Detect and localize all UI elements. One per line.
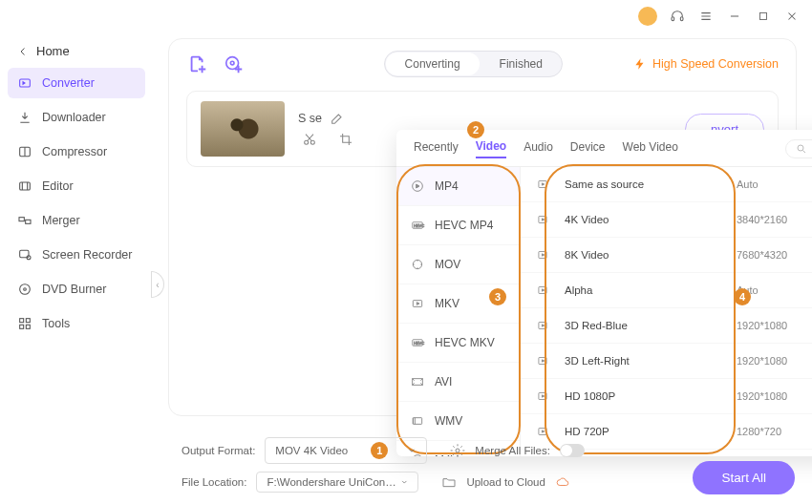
file-location-select[interactable]: F:\Wondershare UniConverter 1: [256, 472, 418, 493]
converter-icon: [17, 75, 32, 91]
preset-row[interactable]: 4K Video3840*2160: [521, 202, 812, 238]
format-list: MP4 HEVCHEVC MP4 MOV MKV HEVCHEVC MKV AV…: [396, 167, 521, 456]
svg-rect-1: [680, 17, 683, 21]
sidebar-item-merger[interactable]: Merger: [8, 205, 145, 236]
preset-row[interactable]: HD 1080P1920*1080: [521, 379, 812, 414]
rename-icon[interactable]: [330, 111, 345, 126]
user-avatar[interactable]: [638, 7, 657, 26]
tab-video[interactable]: Video: [476, 139, 506, 158]
play-icon: [536, 178, 549, 191]
callout-badge-4: 4: [734, 288, 751, 305]
svg-point-17: [230, 61, 234, 65]
bolt-icon: [633, 57, 647, 71]
tab-web-video[interactable]: Web Video: [623, 140, 678, 158]
play-icon: [536, 284, 549, 297]
settings-icon[interactable]: [450, 443, 465, 458]
folder-icon[interactable]: [441, 474, 457, 490]
svg-rect-7: [26, 220, 31, 223]
status-segmented[interactable]: Converting Finished: [384, 51, 563, 77]
add-dvd-button[interactable]: [223, 53, 246, 74]
segment-finished[interactable]: Finished: [481, 52, 562, 76]
tab-device[interactable]: Device: [570, 140, 606, 158]
format-avi[interactable]: AVI: [396, 363, 520, 402]
sidebar-item-downloader[interactable]: Downloader: [8, 102, 145, 133]
format-hevc-mp4[interactable]: HEVCHEVC MP4: [396, 206, 520, 245]
crop-icon[interactable]: [338, 132, 353, 147]
start-all-button[interactable]: Start All: [693, 461, 795, 494]
tab-audio[interactable]: Audio: [524, 140, 553, 158]
maximize-icon[interactable]: [755, 8, 772, 25]
tab-recently[interactable]: Recently: [414, 140, 459, 158]
preset-row[interactable]: AlphaAuto: [521, 273, 812, 308]
svg-point-11: [24, 288, 27, 291]
minimize-icon[interactable]: [726, 8, 743, 25]
svg-text:HEVC: HEVC: [414, 341, 424, 346]
play-icon: [536, 213, 549, 226]
close-icon[interactable]: [783, 8, 801, 25]
svg-rect-12: [20, 319, 24, 323]
format-mp4[interactable]: MP4: [396, 167, 520, 206]
trim-icon[interactable]: [302, 132, 317, 147]
sidebar-item-screen-recorder[interactable]: Screen Recorder: [8, 240, 145, 270]
high-speed-conversion[interactable]: High Speed Conversion: [633, 57, 779, 71]
output-format-label: Output Format:: [182, 445, 255, 456]
svg-rect-0: [672, 17, 674, 21]
play-icon: [536, 389, 549, 403]
upload-cloud-label: Upload to Cloud: [466, 476, 545, 488]
collapse-sidebar-handle[interactable]: ‹: [151, 271, 164, 298]
back-home[interactable]: Home: [8, 38, 145, 64]
chevron-down-icon: [400, 477, 409, 487]
svg-text:HEVC: HEVC: [414, 223, 424, 228]
output-format-select[interactable]: MOV 4K Video 1: [265, 437, 427, 464]
sidebar-item-dvd-burner[interactable]: DVD Burner: [8, 274, 145, 304]
preset-row[interactable]: 3D Left-Right1920*1080: [521, 344, 812, 379]
merge-files-label: Merge All Files:: [475, 445, 550, 456]
svg-rect-6: [19, 218, 24, 221]
cloud-icon[interactable]: [555, 475, 570, 489]
preset-row[interactable]: 3D Red-Blue1920*1080: [521, 308, 812, 344]
screen-recorder-icon: [17, 247, 32, 262]
search-icon: [796, 143, 807, 155]
svg-rect-5: [20, 182, 31, 190]
svg-point-20: [798, 145, 803, 151]
sidebar-item-label: DVD Burner: [42, 283, 106, 296]
format-search[interactable]: Search: [785, 139, 812, 158]
play-icon: [536, 248, 549, 262]
svg-point-39: [456, 449, 459, 452]
add-file-button[interactable]: [186, 53, 209, 74]
dvd-burner-icon: [17, 282, 32, 297]
menu-icon[interactable]: [697, 8, 715, 25]
sidebar-item-converter[interactable]: Converter: [8, 68, 145, 98]
sidebar-item-label: Converter: [42, 76, 95, 90]
preset-row[interactable]: Same as sourceAuto: [521, 167, 812, 202]
play-icon: [536, 319, 549, 332]
svg-point-10: [20, 284, 31, 295]
merge-files-toggle[interactable]: [560, 444, 585, 457]
play-icon: [536, 354, 549, 368]
sidebar-item-label: Merger: [42, 214, 80, 227]
file-location-label: File Location:: [182, 476, 246, 488]
preset-row[interactable]: 8K Video7680*4320: [521, 238, 812, 273]
sidebar-item-editor[interactable]: Editor: [8, 171, 145, 201]
headset-icon[interactable]: [669, 8, 686, 25]
svg-rect-2: [760, 13, 767, 20]
sidebar-item-label: Editor: [42, 179, 74, 193]
segment-converting[interactable]: Converting: [386, 52, 480, 75]
sidebar-item-compressor[interactable]: Compressor: [8, 136, 145, 167]
media-title: S se: [298, 112, 322, 125]
callout-badge-2: 2: [467, 121, 484, 138]
merger-icon: [17, 213, 32, 228]
media-thumbnail[interactable]: [201, 101, 285, 157]
svg-rect-15: [26, 325, 30, 328]
svg-rect-14: [20, 325, 24, 328]
compressor-icon: [17, 144, 32, 159]
svg-point-16: [226, 57, 239, 70]
callout-badge-1: 1: [371, 442, 388, 459]
sidebar-item-tools[interactable]: Tools: [8, 308, 145, 339]
format-hevc-mkv[interactable]: HEVCHEVC MKV: [396, 324, 520, 363]
callout-badge-3: 3: [489, 288, 506, 305]
chevron-down-icon: [407, 446, 417, 455]
editor-icon: [17, 178, 32, 194]
downloader-icon: [17, 110, 32, 125]
format-mov[interactable]: MOV: [396, 245, 520, 284]
